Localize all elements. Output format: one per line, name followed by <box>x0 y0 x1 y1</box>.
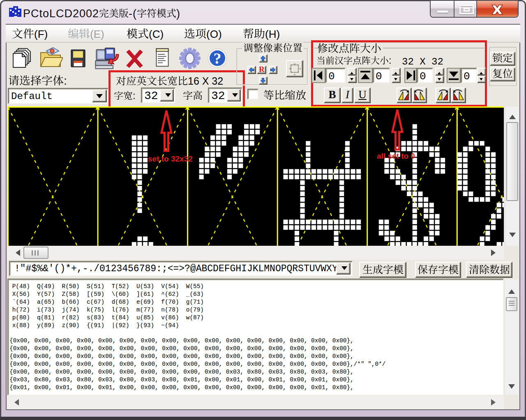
svg-text:?: ? <box>214 50 221 67</box>
svg-text:set to 32x32: set to 32x32 <box>148 155 193 163</box>
svg-text:all set to 0: all set to 0 <box>377 152 415 160</box>
